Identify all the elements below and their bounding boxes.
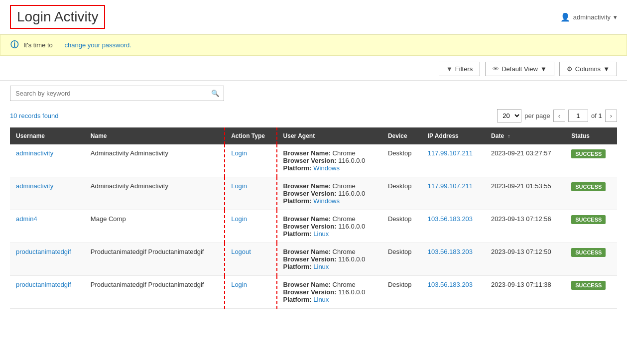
change-password-link[interactable]: change your password. [64,41,131,49]
cell-name: Adminactivity Adminactivity [85,144,225,177]
prev-page-button[interactable]: ‹ [553,110,565,122]
toolbar: ▼ Filters 👁 Default View ▼ ⚙ Columns ▼ [0,56,627,81]
cell-action-type: Login [225,276,276,309]
cell-status: SUCCESS [565,210,617,243]
cell-ip: 117.99.107.211 [422,177,485,210]
page-input[interactable] [568,110,588,122]
browser-name-label: Browser Name: [283,248,331,255]
table-row: adminactivity Adminactivity Adminactivit… [10,177,617,210]
ip-link[interactable]: 103.56.183.203 [428,248,473,255]
per-page-dropdown[interactable]: 20 30 50 [497,109,521,122]
user-icon: 👤 [560,12,570,22]
table-header-row: Username Name Action Type User Agent Dev… [10,127,617,144]
cell-action-type: Logout [225,243,276,276]
status-badge: SUCCESS [571,215,606,224]
search-icon: 🔍 [211,90,220,97]
browser-version-label: Browser Version: [283,288,337,296]
alert-banner: ⓘ It's time to change your password. [0,34,627,56]
col-device: Device [382,127,422,144]
cell-device: Desktop [382,243,422,276]
cell-date: 2023-09-13 07:11:38 [485,276,565,309]
status-badge: SUCCESS [571,149,606,158]
records-count: 10 records found [10,112,59,120]
search-area: 🔍 [0,81,627,106]
cell-device: Desktop [382,210,422,243]
browser-version-label: Browser Version: [283,157,337,164]
col-action-type: Action Type [225,127,276,144]
default-view-button[interactable]: 👁 Default View ▼ [485,62,554,76]
status-badge: SUCCESS [571,182,606,191]
status-badge: SUCCESS [571,248,606,257]
browser-name-label: Browser Name: [283,281,331,288]
col-ip-address: IP Address [422,127,485,144]
ip-link[interactable]: 103.56.183.203 [428,281,473,288]
col-date[interactable]: Date ↑ [485,127,565,144]
cell-ip: 117.99.107.211 [422,144,485,177]
browser-version-label: Browser Version: [283,255,337,263]
cell-user-agent: Browser Name: Chrome Browser Version: 11… [277,243,382,276]
cell-username: adminactivity [10,144,85,177]
browser-name-label: Browser Name: [283,149,331,157]
table-row: adminactivity Adminactivity Adminactivit… [10,144,617,177]
platform-label: Platform: [283,197,312,205]
platform-value: Windows [313,197,340,205]
platform-value: Linux [313,263,329,270]
cell-date: 2023-09-13 07:12:50 [485,243,565,276]
columns-button[interactable]: ⚙ Columns ▼ [559,62,617,76]
cell-username: admin4 [10,210,85,243]
search-input[interactable] [10,86,224,101]
columns-dropdown-icon: ▼ [603,65,610,73]
user-dropdown-icon: ▾ [614,13,617,21]
col-status: Status [565,127,617,144]
table-row: productanimatedgif Productanimatedgif Pr… [10,243,617,276]
records-bar: 10 records found 20 30 50 per page ‹ of … [0,106,627,127]
cell-ip: 103.56.183.203 [422,210,485,243]
platform-label: Platform: [283,230,312,238]
cell-action-type: Login [225,177,276,210]
login-activity-table: Username Name Action Type User Agent Dev… [10,127,617,309]
user-menu[interactable]: 👤 adminactivity ▾ [560,12,617,22]
next-page-button[interactable]: › [605,110,617,122]
platform-label: Platform: [283,164,312,172]
columns-label: Columns [575,65,601,73]
info-icon: ⓘ [10,40,18,50]
platform-label: Platform: [283,296,312,303]
cell-status: SUCCESS [565,276,617,309]
browser-version-label: Browser Version: [283,190,337,197]
columns-icon: ⚙ [567,65,573,73]
cell-ip: 103.56.183.203 [422,243,485,276]
platform-label: Platform: [283,263,312,270]
ip-link[interactable]: 117.99.107.211 [428,182,473,190]
sort-icon: ↑ [507,133,510,139]
filters-button[interactable]: ▼ Filters [439,62,480,76]
cell-user-agent: Browser Name: Chrome Browser Version: 11… [277,177,382,210]
ip-link[interactable]: 103.56.183.203 [428,215,473,223]
ip-link[interactable]: 117.99.107.211 [428,149,473,157]
cell-status: SUCCESS [565,243,617,276]
table-row: productanimatedgif Productanimatedgif Pr… [10,276,617,309]
cell-user-agent: Browser Name: Chrome Browser Version: 11… [277,276,382,309]
cell-date: 2023-09-13 07:12:56 [485,210,565,243]
cell-user-agent: Browser Name: Chrome Browser Version: 11… [277,144,382,177]
platform-value: Linux [313,230,329,238]
cell-name: Mage Comp [85,210,225,243]
filter-icon: ▼ [446,65,453,73]
platform-value: Windows [313,164,340,172]
default-view-dropdown-icon: ▼ [540,65,547,73]
filters-label: Filters [455,65,473,73]
cell-username: adminactivity [10,177,85,210]
cell-user-agent: Browser Name: Chrome Browser Version: 11… [277,210,382,243]
per-page-label: per page [524,112,550,120]
cell-action-type: Login [225,144,276,177]
eye-icon: 👁 [493,65,499,73]
cell-status: SUCCESS [565,144,617,177]
cell-username: productanimatedgif [10,243,85,276]
cell-name: Adminactivity Adminactivity [85,177,225,210]
per-page-select: 20 30 50 [497,109,521,122]
cell-action-type: Login [225,210,276,243]
search-button[interactable]: 🔍 [206,86,224,101]
platform-value: Linux [313,296,329,303]
alert-text-before: It's time to [23,41,53,49]
cell-ip: 103.56.183.203 [422,276,485,309]
header: Login Activity 👤 adminactivity ▾ [0,0,627,34]
